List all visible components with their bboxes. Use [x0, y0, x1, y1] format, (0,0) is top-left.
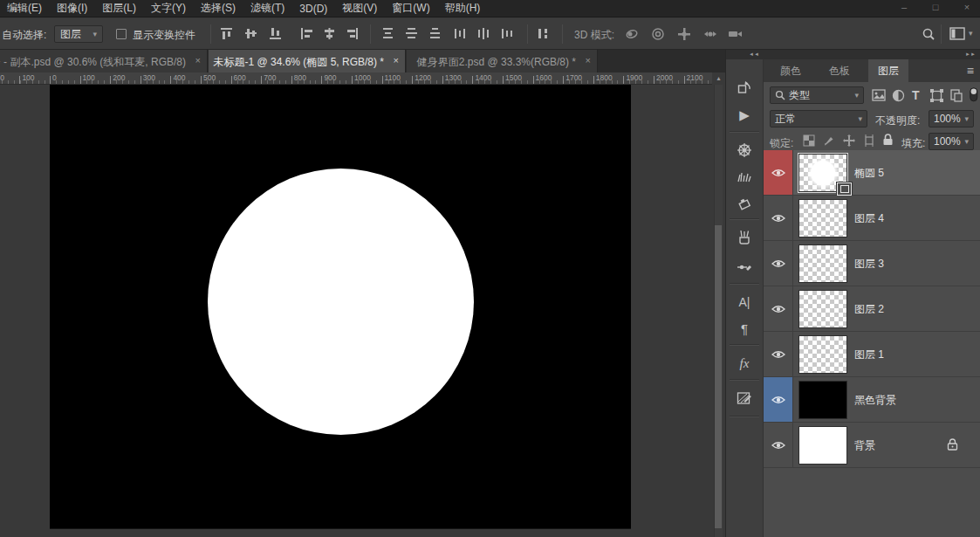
- filter-shape-layers-icon[interactable]: [930, 89, 944, 103]
- brush-panel-icon[interactable]: [726, 164, 763, 189]
- distribute-horizontal-centers-icon[interactable]: [477, 27, 491, 41]
- white-ellipse-shape[interactable]: [208, 169, 474, 435]
- layer-row-layer-4[interactable]: 图层 4: [764, 196, 980, 241]
- align-top-edges-icon[interactable]: [220, 27, 234, 41]
- tab-layers[interactable]: 图层: [868, 59, 908, 82]
- align-horizontal-centers-icon[interactable]: [323, 27, 337, 41]
- align-vertical-centers-icon[interactable]: [244, 27, 258, 41]
- distribute-left-edges-icon[interactable]: [454, 27, 468, 41]
- tab-close-icon[interactable]: ×: [586, 55, 591, 65]
- menu-filter[interactable]: 滤镜(T): [250, 1, 284, 16]
- 3d-roll-icon[interactable]: [651, 27, 665, 41]
- visibility-eye-icon[interactable]: [764, 332, 793, 376]
- document-tab-3[interactable]: 健身界面2.psd @ 33.3%(RGB/8) *×: [407, 50, 598, 72]
- layer-thumbnail[interactable]: [798, 335, 847, 374]
- clone-source-panel-icon[interactable]: [726, 192, 763, 217]
- align-left-edges-icon[interactable]: [300, 27, 314, 41]
- tab-close-icon[interactable]: ×: [394, 55, 399, 65]
- visibility-eye-icon[interactable]: [764, 377, 793, 422]
- chevron-down-icon[interactable]: ▾: [969, 29, 973, 38]
- menu-window[interactable]: 窗口(W): [392, 1, 429, 16]
- tab-swatches[interactable]: 色板: [819, 59, 860, 82]
- layer-row-layer-2[interactable]: 图层 2: [764, 286, 980, 332]
- layer-thumbnail[interactable]: [798, 244, 847, 283]
- align-bottom-edges-icon[interactable]: [269, 27, 283, 41]
- document-tab-2-active[interactable]: 未标题-1 @ 34.6% (椭圆 5, RGB/8) *×: [209, 50, 406, 72]
- menu-edit[interactable]: 编辑(E): [7, 1, 42, 16]
- layer-thumbnail[interactable]: [798, 290, 847, 328]
- workspace-icon[interactable]: [949, 27, 963, 41]
- auto-select-dropdown[interactable]: 图层▾: [54, 25, 103, 43]
- distribute-bottom-edges-icon[interactable]: [428, 27, 442, 41]
- filter-smart-objects-icon[interactable]: [950, 89, 964, 103]
- expand-panels-icon[interactable]: ►►: [965, 50, 976, 59]
- 3d-orbit-icon[interactable]: [625, 27, 639, 41]
- distribute-top-edges-icon[interactable]: [381, 27, 395, 41]
- menu-select[interactable]: 选择(S): [201, 1, 236, 16]
- layer-row-black-background[interactable]: 黑色背景: [764, 377, 980, 423]
- layer-thumbnail[interactable]: [798, 381, 847, 419]
- scrollbar-thumb[interactable]: [715, 225, 722, 528]
- menu-layer[interactable]: 图层(L): [102, 1, 136, 16]
- menu-image[interactable]: 图像(I): [57, 1, 87, 16]
- actions-panel-icon[interactable]: ▶: [726, 103, 763, 127]
- filter-pixel-layers-icon[interactable]: [872, 89, 886, 103]
- panel-menu-icon[interactable]: ≡: [967, 64, 974, 78]
- document-tab-1[interactable]: 会 - 副本.psd @ 30.6% (线和耳麦, RGB/8)×: [0, 50, 208, 72]
- history-panel-icon[interactable]: [726, 75, 763, 100]
- visibility-eye-icon[interactable]: [764, 196, 793, 240]
- properties-panel-icon[interactable]: [726, 386, 763, 410]
- paragraph-panel-icon[interactable]: ¶: [726, 316, 763, 341]
- filter-toggle-switch[interactable]: [970, 87, 980, 101]
- filter-adjustment-layers-icon[interactable]: [892, 89, 906, 103]
- opacity-value[interactable]: 100%▾: [929, 110, 974, 127]
- distribute-right-edges-icon[interactable]: [501, 27, 515, 41]
- collapse-panels-icon[interactable]: ◄◄: [749, 50, 759, 59]
- distribute-vertical-centers-icon[interactable]: [405, 27, 419, 41]
- document-canvas[interactable]: [50, 85, 631, 528]
- tab-color[interactable]: 颜色: [771, 59, 811, 82]
- align-right-edges-icon[interactable]: [346, 27, 360, 41]
- layer-row-background[interactable]: 背景: [764, 423, 980, 468]
- visibility-eye-icon[interactable]: [764, 286, 793, 331]
- 3d-dolly-camera-icon[interactable]: [728, 27, 742, 41]
- visibility-eye-icon[interactable]: [764, 423, 793, 467]
- layer-row-layer-1[interactable]: 图层 1: [764, 332, 980, 377]
- lock-position-icon[interactable]: [843, 134, 857, 148]
- character-panel-icon[interactable]: A|: [726, 290, 763, 314]
- tab-close-icon[interactable]: ×: [195, 55, 201, 65]
- show-transform-checkbox[interactable]: [116, 29, 127, 39]
- navigator-panel-icon[interactable]: [726, 138, 763, 162]
- layer-row-ellipse-5[interactable]: 椭圆 5: [764, 150, 980, 196]
- 3d-slide-icon[interactable]: [703, 27, 717, 41]
- menu-help[interactable]: 帮助(H): [445, 1, 481, 16]
- menu-type[interactable]: 文字(Y): [151, 1, 186, 16]
- search-icon[interactable]: [922, 27, 935, 41]
- lock-transparency-icon[interactable]: [803, 134, 817, 148]
- brush-presets-panel-icon[interactable]: [726, 225, 763, 250]
- styles-panel-icon[interactable]: fx: [726, 351, 763, 375]
- layer-thumbnail[interactable]: [798, 199, 847, 238]
- blend-mode-dropdown[interactable]: 正常▾: [770, 110, 867, 127]
- close-button[interactable]: ×: [961, 2, 973, 12]
- maximize-button[interactable]: □: [929, 2, 942, 12]
- visibility-eye-icon[interactable]: [764, 150, 793, 195]
- lock-image-brush-icon[interactable]: [823, 134, 837, 148]
- distribute-spacing-icon[interactable]: [537, 27, 551, 41]
- menu-view[interactable]: 视图(V): [342, 1, 377, 16]
- fill-value[interactable]: 100%▾: [929, 133, 974, 150]
- lock-artboard-icon[interactable]: [863, 134, 877, 148]
- minimize-button[interactable]: –: [898, 2, 910, 12]
- lock-all-icon[interactable]: [882, 134, 896, 148]
- filter-type-layers-icon[interactable]: T: [912, 88, 920, 102]
- menu-3d[interactable]: 3D(D): [299, 3, 327, 15]
- 3d-pan-icon[interactable]: [677, 27, 691, 41]
- separator: [730, 283, 759, 284]
- layer-thumbnail[interactable]: [798, 154, 847, 192]
- visibility-eye-icon[interactable]: [764, 241, 793, 286]
- layer-filter-dropdown[interactable]: 类型▾: [770, 86, 864, 104]
- layer-thumbnail[interactable]: [798, 426, 847, 465]
- layer-row-layer-3[interactable]: 图层 3: [764, 241, 980, 286]
- tool-presets-panel-icon[interactable]: [726, 255, 763, 279]
- scroll-up-icon[interactable]: ▴: [713, 72, 724, 84]
